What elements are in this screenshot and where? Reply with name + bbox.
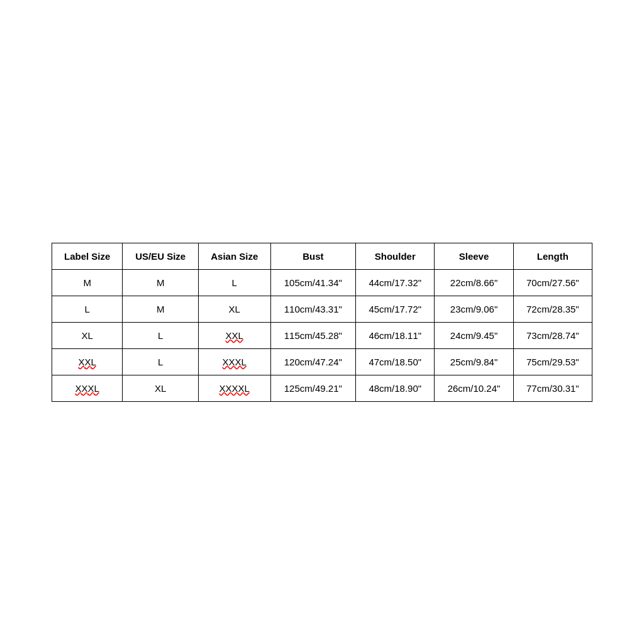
cell-bust: 105cm/41.34" — [270, 269, 356, 296]
cell-asian_size: XXL — [199, 322, 270, 348]
cell-sleeve: 23cm/9.06" — [435, 296, 513, 322]
table-row: XXLLXXXL120cm/47.24"47cm/18.50"25cm/9.84… — [52, 348, 592, 375]
col-header-label-size: Label Size — [52, 243, 123, 269]
size-chart-table: Label Size US/EU Size Asian Size Bust Sh… — [52, 243, 592, 402]
col-header-us-eu-size: US/EU Size — [123, 243, 199, 269]
table-row: MML105cm/41.34"44cm/17.32"22cm/8.66"70cm… — [52, 269, 592, 296]
cell-bust: 120cm/47.24" — [270, 348, 356, 375]
cell-length: 77cm/30.31" — [513, 375, 592, 401]
cell-sleeve: 25cm/9.84" — [435, 348, 513, 375]
cell-sleeve: 26cm/10.24" — [435, 375, 513, 401]
cell-length: 70cm/27.56" — [513, 269, 592, 296]
cell-us_eu_size: L — [123, 348, 199, 375]
cell-shoulder: 48cm/18.90" — [356, 375, 435, 401]
cell-us_eu_size: M — [123, 269, 199, 296]
cell-asian_size: XXXL — [199, 348, 270, 375]
col-header-sleeve: Sleeve — [435, 243, 513, 269]
cell-bust: 115cm/45.28" — [270, 322, 356, 348]
col-header-bust: Bust — [270, 243, 356, 269]
cell-shoulder: 45cm/17.72" — [356, 296, 435, 322]
table-header-row: Label Size US/EU Size Asian Size Bust Sh… — [52, 243, 592, 269]
cell-sleeve: 24cm/9.45" — [435, 322, 513, 348]
cell-asian_size: XXXXL — [199, 375, 270, 401]
cell-length: 75cm/29.53" — [513, 348, 592, 375]
cell-shoulder: 47cm/18.50" — [356, 348, 435, 375]
col-header-asian-size: Asian Size — [199, 243, 270, 269]
cell-shoulder: 46cm/18.11" — [356, 322, 435, 348]
cell-bust: 110cm/43.31" — [270, 296, 356, 322]
cell-shoulder: 44cm/17.32" — [356, 269, 435, 296]
cell-length: 73cm/28.74" — [513, 322, 592, 348]
cell-label_size: XXXL — [52, 375, 123, 401]
cell-label_size: M — [52, 269, 123, 296]
cell-us_eu_size: XL — [123, 375, 199, 401]
table-row: XLLXXL115cm/45.28"46cm/18.11"24cm/9.45"7… — [52, 322, 592, 348]
cell-asian_size: L — [199, 269, 270, 296]
cell-us_eu_size: M — [123, 296, 199, 322]
cell-sleeve: 22cm/8.66" — [435, 269, 513, 296]
col-header-length: Length — [513, 243, 592, 269]
cell-bust: 125cm/49.21" — [270, 375, 356, 401]
cell-asian_size: XL — [199, 296, 270, 322]
cell-label_size: XXL — [52, 348, 123, 375]
size-chart-container: Label Size US/EU Size Asian Size Bust Sh… — [52, 243, 592, 402]
table-row: LMXL110cm/43.31"45cm/17.72"23cm/9.06"72c… — [52, 296, 592, 322]
cell-length: 72cm/28.35" — [513, 296, 592, 322]
cell-label_size: XL — [52, 322, 123, 348]
cell-us_eu_size: L — [123, 322, 199, 348]
cell-label_size: L — [52, 296, 123, 322]
table-row: XXXLXLXXXXL125cm/49.21"48cm/18.90"26cm/1… — [52, 375, 592, 401]
col-header-shoulder: Shoulder — [356, 243, 435, 269]
